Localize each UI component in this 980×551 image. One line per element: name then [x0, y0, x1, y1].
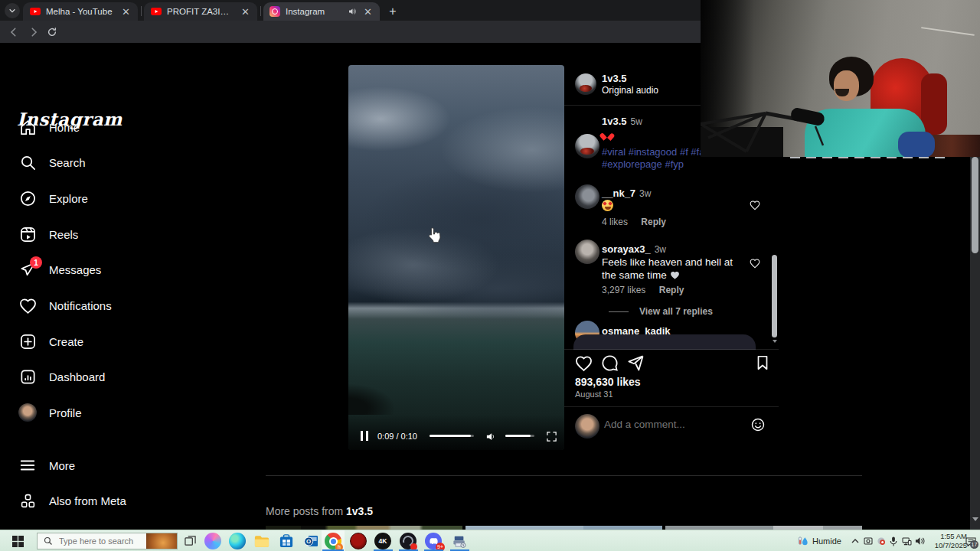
notification-center-button[interactable]: 17: [963, 530, 978, 551]
compass-icon: [18, 189, 37, 207]
4k-downloader-icon[interactable]: 4K: [372, 530, 394, 551]
sidebar-item-dashboard[interactable]: Dashboard: [18, 364, 105, 389]
printer-device-icon[interactable]: [449, 530, 470, 551]
weather-widget[interactable]: Humide: [798, 530, 841, 551]
emoji-picker-icon[interactable]: [750, 417, 766, 432]
red-media-app-icon[interactable]: [348, 530, 369, 551]
taskbar-clock[interactable]: 1:55 AM 10/7/2025: [923, 532, 967, 550]
sidebar-item-explore[interactable]: Explore: [18, 186, 88, 210]
browser-tab-instagram[interactable]: Instagram ✕: [263, 2, 380, 21]
more-posts-username[interactable]: 1v3.5: [346, 505, 373, 517]
comment-avatar[interactable]: [575, 184, 599, 209]
comment-time: 3w: [655, 244, 666, 255]
sidebar-item-profile[interactable]: Profile: [18, 400, 82, 425]
my-avatar: [575, 414, 599, 439]
caption-avatar[interactable]: [575, 134, 599, 158]
tray-network-icon[interactable]: [900, 530, 913, 551]
sidebar-item-search[interactable]: Search: [18, 150, 86, 174]
volume-bar[interactable]: [505, 435, 534, 437]
chrome-icon-active[interactable]: h: [322, 530, 345, 551]
reply-button[interactable]: Reply: [659, 285, 684, 295]
browser-tab-youtube-2[interactable]: PROFIT ZA3IM ft MORO -'Watt ✕: [144, 2, 257, 21]
sidebar-item-label: Search: [49, 156, 86, 169]
sidebar-item-label: More: [49, 459, 75, 472]
desktop: Melha - YouTube ✕ PROFIT ZA3IM ft MORO -…: [0, 0, 980, 551]
comment-media-preview: [573, 334, 756, 350]
comment-text: Feels like heaven and hell at the same t…: [602, 256, 733, 281]
comment-like-icon[interactable]: [750, 200, 760, 210]
edge-icon[interactable]: [227, 530, 248, 551]
comment-likes: 4 likes: [602, 217, 628, 227]
sidebar-item-also-from-meta[interactable]: Also from Meta: [18, 488, 126, 513]
sidebar-item-more[interactable]: More: [18, 453, 75, 478]
sidebar-item-reels[interactable]: Reels: [18, 222, 78, 246]
outlook-icon[interactable]: O: [300, 530, 322, 551]
reels-icon: [18, 225, 37, 243]
taskbar-search-box[interactable]: [37, 533, 178, 549]
share-button[interactable]: [627, 354, 645, 372]
scrollbar-thumb[interactable]: [972, 157, 978, 253]
audio-playing-icon[interactable]: [348, 7, 357, 16]
save-button[interactable]: [754, 354, 771, 371]
comment-username[interactable]: __nk_7: [602, 187, 635, 199]
tray-window-icon[interactable]: [862, 530, 874, 551]
search-highlight-image[interactable]: [146, 533, 177, 549]
comments-scroll-down-arrow[interactable]: [773, 340, 777, 343]
discord-icon[interactable]: 9+: [423, 530, 444, 551]
new-tab-button[interactable]: +: [385, 4, 400, 19]
comment-button[interactable]: [601, 354, 619, 372]
sidebar-item-notifications[interactable]: Notifications: [18, 293, 112, 318]
copilot-icon[interactable]: [202, 530, 224, 551]
tray-microphone-icon[interactable]: [887, 530, 900, 551]
video-controls: 0:09 / 0:10: [348, 415, 564, 450]
view-replies-button[interactable]: View all 7 replies: [609, 306, 713, 317]
comment-like-icon[interactable]: [750, 258, 760, 269]
back-button[interactable]: [6, 24, 21, 39]
caption-username[interactable]: 1v3.5: [602, 116, 627, 127]
close-icon[interactable]: ✕: [362, 7, 374, 17]
sidebar-item-home[interactable]: Home: [18, 115, 80, 139]
sidebar-item-label: Explore: [49, 192, 88, 205]
sidebar-item-messages[interactable]: 1 Messages: [18, 257, 101, 282]
reply-button[interactable]: Reply: [641, 217, 666, 227]
likes-count[interactable]: 893,630 likes: [575, 376, 641, 388]
close-icon[interactable]: ✕: [120, 7, 132, 17]
close-icon[interactable]: ✕: [240, 7, 251, 17]
sidebar-item-label: Messages: [49, 263, 101, 276]
task-view-button[interactable]: [179, 530, 201, 551]
pause-button[interactable]: [360, 431, 369, 441]
tray-expand-chevron[interactable]: [848, 530, 862, 551]
scrollbar-down-arrow[interactable]: [972, 517, 978, 521]
comment-avatar[interactable]: [575, 240, 599, 264]
tab-search-button[interactable]: [5, 3, 20, 18]
video-progress-bar[interactable]: [430, 435, 474, 437]
forward-button[interactable]: [26, 24, 41, 39]
post-author-username[interactable]: 1v3.5: [602, 73, 627, 84]
post-author-avatar[interactable]: [575, 73, 596, 95]
tray-record-icon[interactable]: [875, 530, 887, 551]
notification-count-badge: 17: [970, 540, 978, 549]
microsoft-store-icon[interactable]: [276, 530, 297, 551]
post-audio-label[interactable]: Original audio: [602, 85, 658, 96]
browser-tab-youtube-1[interactable]: Melha - YouTube ✕: [23, 2, 138, 21]
like-button[interactable]: [575, 354, 593, 372]
sidebar-item-create[interactable]: Create: [18, 329, 83, 354]
comment-username[interactable]: sorayax3_: [602, 243, 651, 255]
fullscreen-icon[interactable]: [546, 431, 557, 442]
start-button[interactable]: [6, 530, 29, 551]
post-video[interactable]: 0:09 / 0:10: [348, 65, 564, 450]
tab-title: Melha - YouTube: [46, 7, 115, 16]
caption-hashtags-2[interactable]: #explorepage #fyp: [602, 158, 684, 170]
volume-icon[interactable]: [485, 431, 497, 442]
comments-scrollbar[interactable]: [772, 255, 777, 337]
caption-hashtags-1[interactable]: #viral #instagood #f #fash: [602, 146, 715, 158]
obs-recorder-icon[interactable]: [397, 530, 419, 551]
svg-text:O: O: [306, 538, 311, 545]
file-explorer-icon[interactable]: [251, 530, 273, 551]
clock-date: 10/7/2025: [923, 541, 967, 550]
meta-apps-icon: [18, 491, 37, 510]
microphone-boom-arm: [701, 84, 854, 157]
taskbar-search-input[interactable]: [57, 536, 140, 546]
reload-button[interactable]: [44, 24, 59, 39]
add-comment-input[interactable]: [603, 418, 740, 431]
